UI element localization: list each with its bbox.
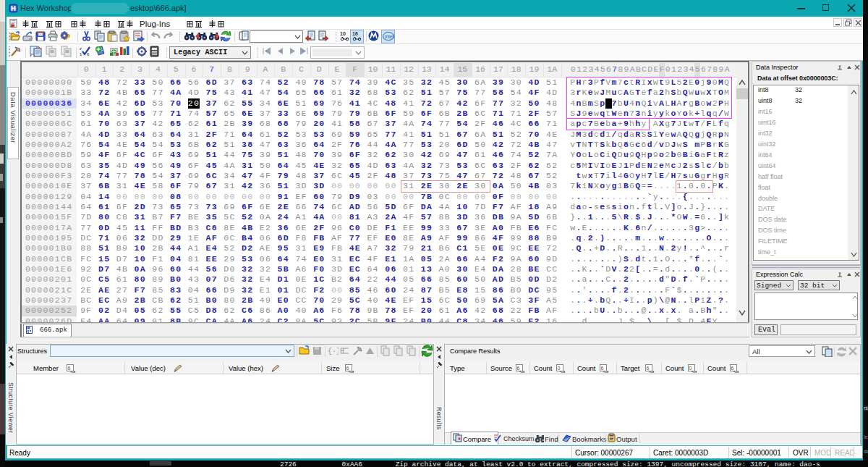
svg-text:0: 0: [558, 366, 561, 371]
svg-text:6: 6: [601, 366, 604, 371]
svg-text:6: 6: [68, 366, 71, 371]
svg-text:z: z: [80, 46, 82, 51]
svg-text:10: 10: [340, 31, 346, 36]
svg-text:H: H: [340, 348, 344, 355]
svg-text:16: 16: [352, 31, 358, 36]
svg-text:6: 6: [517, 366, 520, 371]
svg-text:6: 6: [647, 366, 650, 371]
svg-text:1: 1: [80, 52, 82, 56]
svg-text:intel: intel: [385, 34, 393, 39]
svg-text:{·}: {·}: [328, 348, 339, 355]
svg-text:6: 6: [731, 366, 734, 371]
svg-text:6: 6: [87, 52, 90, 56]
svg-text:6: 6: [346, 366, 349, 371]
svg-text:0: 0: [689, 366, 692, 371]
